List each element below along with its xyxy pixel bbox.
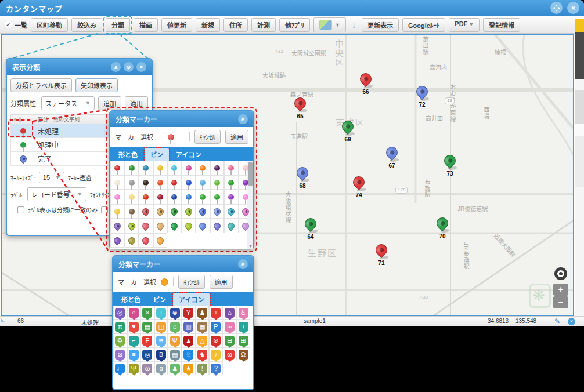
icon-swatch[interactable]: ≡: [127, 347, 141, 361]
toolbar-button-他ｱﾌﾟﾘ[interactable]: 他ｱﾌﾟﾘ: [279, 18, 310, 32]
pin-swatch[interactable]: [139, 219, 153, 233]
toolbar-button-描画[interactable]: 描画: [134, 18, 158, 32]
icon-swatch[interactable]: ⊟: [223, 333, 237, 347]
pin-swatch[interactable]: [139, 175, 153, 190]
pin-swatch[interactable]: [224, 175, 239, 190]
map-pin-73[interactable]: 73: [444, 155, 456, 175]
pin-swatch[interactable]: [110, 175, 125, 190]
map-pin-66[interactable]: 66: [360, 73, 372, 93]
map-pin-68[interactable]: 68: [297, 167, 308, 187]
pin-swatch[interactable]: [125, 175, 139, 190]
attr-select[interactable]: ステータス▼: [41, 96, 95, 110]
icon-swatch[interactable]: ♘: [182, 347, 196, 361]
icon-swatch[interactable]: ◎: [113, 306, 127, 320]
pin-swatch[interactable]: [153, 190, 168, 204]
icon-swatch[interactable]: ×: [140, 306, 154, 320]
icon-swatch[interactable]: π: [113, 320, 127, 333]
pin-swatch[interactable]: [110, 204, 125, 219]
marker-size-select[interactable]: 15▼: [39, 172, 64, 183]
toolbar-button-値更新[interactable]: 値更新: [161, 18, 192, 32]
icon-swatch[interactable]: ⌂: [168, 320, 182, 333]
pin-drop-icon[interactable]: ↓: [349, 20, 358, 30]
icon-swatch[interactable]: ♿: [236, 306, 250, 320]
icon-swatch[interactable]: ▲: [182, 333, 196, 347]
icon-swatch[interactable]: P: [209, 320, 223, 333]
icon-swatch[interactable]: ◫: [154, 320, 168, 333]
pin-swatch[interactable]: [125, 219, 139, 233]
cancel-button[interactable]: ｷｬﾝｾﾙ: [194, 130, 221, 144]
pin-swatch[interactable]: [224, 219, 239, 233]
cancel-button[interactable]: ｷｬﾝｾﾙ: [178, 275, 205, 289]
tab-形と色[interactable]: 形と色: [116, 293, 146, 306]
pin-swatch[interactable]: [210, 175, 225, 190]
icon-swatch[interactable]: ▦: [196, 320, 210, 333]
icon-swatch[interactable]: ♩: [113, 361, 127, 375]
toolbar-button-住所[interactable]: 住所: [223, 18, 248, 32]
icon-swatch[interactable]: Ψ: [168, 333, 182, 347]
checkbox-checked-icon[interactable]: ✓: [5, 21, 12, 28]
toolbar-button-更新表示[interactable]: 更新表示: [362, 18, 399, 32]
apply-button[interactable]: 適用: [225, 130, 248, 144]
close-icon[interactable]: ×: [238, 259, 248, 269]
icon-swatch[interactable]: ⊘: [209, 333, 223, 347]
icon-swatch[interactable]: +: [209, 306, 223, 320]
pin-swatch[interactable]: [167, 190, 182, 204]
pin-swatch[interactable]: [196, 190, 210, 204]
icon-swatch[interactable]: ▤: [168, 347, 182, 361]
pin-swatch[interactable]: [153, 204, 168, 219]
toolbar-button-Googleﾙｰﾄ[interactable]: Googleﾙｰﾄ: [402, 18, 445, 32]
icon-swatch[interactable]: ω: [140, 361, 154, 375]
map-pin-64[interactable]: 64: [305, 218, 316, 238]
icon-swatch[interactable]: ♟: [196, 306, 210, 320]
toolbar-button-区町移動[interactable]: 区町移動: [31, 18, 68, 32]
icon-swatch[interactable]: B: [154, 347, 168, 361]
toolbar-button-計測[interactable]: 計測: [251, 18, 276, 32]
edit-pencil-icon[interactable]: ✎: [554, 317, 560, 325]
toolbar-button-分類[interactable]: 分類: [106, 18, 130, 32]
icon-swatch[interactable]: ⌂: [223, 306, 237, 320]
list-toggle[interactable]: ✓ 一覧: [5, 20, 27, 30]
icon-swatch[interactable]: ⊞: [236, 333, 250, 347]
pin-swatch[interactable]: [182, 219, 196, 233]
icon-swatch[interactable]: ♪: [209, 347, 223, 361]
pin-swatch[interactable]: [153, 233, 168, 248]
map-pin-72[interactable]: 72: [416, 86, 428, 106]
pin-swatch[interactable]: [210, 161, 225, 175]
icon-swatch[interactable]: ω: [223, 347, 237, 361]
pin-swatch[interactable]: [196, 161, 210, 175]
disable-icon[interactable]: ⊘: [124, 62, 134, 72]
collapsed-list-panel[interactable]: [575, 19, 584, 316]
icon-swatch[interactable]: +: [154, 306, 168, 320]
grid-scrollbar[interactable]: ▼: [247, 161, 253, 249]
toolbar-button-絞込み[interactable]: 絞込み: [71, 18, 102, 32]
collapse-icon[interactable]: ∧: [111, 62, 121, 72]
close-icon[interactable]: ×: [238, 114, 248, 124]
pin-swatch[interactable]: [196, 175, 210, 190]
map-pin-65[interactable]: 65: [294, 97, 306, 117]
pin-swatch[interactable]: [182, 161, 196, 175]
tab-アイコン[interactable]: アイコン: [170, 148, 207, 161]
move-window-button[interactable]: [550, 2, 563, 14]
label-field-select[interactable]: レコード番号▼: [27, 187, 86, 201]
icon-swatch[interactable]: ▥: [182, 320, 196, 333]
pin-swatch[interactable]: [110, 219, 125, 233]
toolbar-button-新規[interactable]: 新規: [196, 18, 220, 32]
icon-swatch[interactable]: ♟: [168, 361, 182, 375]
pin-swatch[interactable]: [110, 190, 125, 204]
pin-swatch[interactable]: [167, 161, 182, 175]
label-match-checkbox[interactable]: [17, 206, 24, 213]
pin-swatch[interactable]: [167, 219, 182, 233]
pin-swatch[interactable]: [125, 233, 139, 248]
pin-swatch[interactable]: [224, 161, 239, 175]
pin-swatch[interactable]: [139, 161, 153, 175]
icon-swatch[interactable]: F: [140, 333, 154, 347]
map-pin-74[interactable]: 74: [353, 176, 365, 196]
icon-swatch[interactable]: Ω: [236, 347, 250, 361]
pin-swatch[interactable]: [139, 233, 153, 248]
pin-swatch[interactable]: [110, 233, 125, 248]
map-pin-70[interactable]: 70: [437, 217, 448, 237]
pin-swatch[interactable]: [153, 219, 168, 233]
icon-swatch[interactable]: ≋: [154, 333, 168, 347]
icon-swatch[interactable]: ★: [182, 361, 196, 375]
tab-ピン[interactable]: ピン: [147, 293, 172, 306]
